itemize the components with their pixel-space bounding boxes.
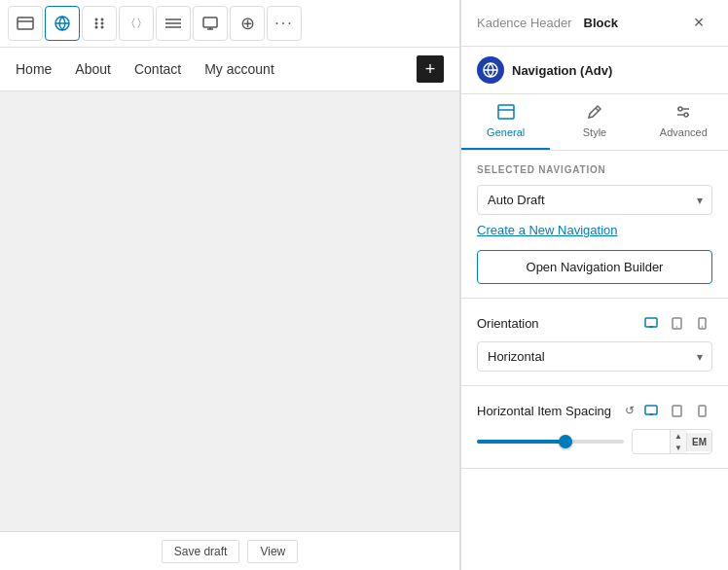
add-icon: ⊕ (240, 13, 255, 34)
code-toolbar-btn[interactable]: 〈〉 (119, 6, 154, 41)
navigation-toolbar-btn[interactable] (45, 6, 80, 41)
desktop-orientation-icon[interactable] (640, 312, 662, 334)
nav-item-contact[interactable]: Contact (134, 61, 181, 77)
spinner-down-button[interactable]: ▼ (671, 442, 686, 453)
selected-navigation-section: SELECTED NAVIGATION Auto Draft Primary N… (461, 151, 728, 299)
unit-badge[interactable]: EM (686, 433, 711, 451)
open-navigation-builder-button[interactable]: Open Navigation Builder (477, 250, 712, 284)
more-toolbar-btn[interactable]: ··· (267, 6, 302, 41)
svg-point-7 (101, 22, 104, 25)
advanced-tab-icon (675, 104, 691, 124)
svg-point-23 (678, 107, 682, 111)
spacing-section: Horizontal Item Spacing ↺ (461, 386, 728, 469)
tab-advanced[interactable]: Advanced (639, 94, 728, 150)
svg-point-5 (101, 18, 104, 21)
editor-canvas (0, 91, 459, 531)
nav-preview: Home About Contact My account + (0, 48, 459, 91)
block-label: Block (584, 16, 685, 30)
svg-point-8 (95, 26, 98, 29)
desktop-spacing-icon[interactable] (640, 400, 662, 421)
nav-item-about[interactable]: About (75, 61, 111, 77)
tab-style-label: Style (583, 126, 606, 138)
orientation-select[interactable]: Horizontal Vertical (477, 341, 712, 372)
style-tab-icon (587, 104, 602, 124)
tab-style[interactable]: Style (550, 94, 638, 150)
svg-rect-35 (699, 406, 706, 416)
code-icon: 〈〉 (125, 16, 148, 32)
panel-content: SELECTED NAVIGATION Auto Draft Primary N… (461, 151, 728, 570)
create-navigation-link[interactable]: Create a New Navigation (477, 223, 618, 237)
orientation-row: Orientation (477, 312, 712, 334)
right-panel: Kadence Header Block × Navigation (Adv) … (460, 0, 728, 570)
svg-point-6 (95, 22, 98, 25)
nav-add-button[interactable]: + (417, 55, 444, 83)
selected-navigation-label: SELECTED NAVIGATION (477, 164, 712, 175)
slider-track[interactable] (477, 440, 624, 444)
panel-tabs: General Style Advanced (461, 94, 728, 151)
view-button[interactable]: View (247, 540, 298, 563)
block-title-text: Navigation (Adv) (512, 63, 612, 78)
preview-toolbar-btn[interactable] (193, 6, 228, 41)
orientation-section: Orientation (461, 299, 728, 386)
spacing-label: Horizontal Item Spacing (477, 404, 619, 418)
navigation-select-wrapper: Auto Draft Primary Navigation Secondary … (477, 185, 712, 215)
nav-item-home[interactable]: Home (16, 61, 52, 77)
more-icon: ··· (274, 15, 293, 32)
nav-item-myaccount[interactable]: My account (204, 61, 274, 77)
svg-point-4 (95, 18, 98, 21)
align-toolbar-btn[interactable] (156, 6, 191, 41)
save-draft-button[interactable]: Save draft (162, 540, 240, 563)
svg-point-31 (701, 326, 703, 328)
svg-rect-25 (645, 318, 657, 327)
spacing-row: Horizontal Item Spacing ↺ (477, 400, 712, 421)
navigation-select[interactable]: Auto Draft Primary Navigation Secondary … (477, 185, 712, 215)
reset-icon[interactable]: ↺ (625, 404, 635, 417)
orientation-label: Orientation (477, 316, 539, 331)
panel-header: Kadence Header Block × (461, 0, 728, 47)
block-icon (477, 56, 504, 84)
editor-bottom: Save draft View (0, 531, 459, 570)
tab-general-label: General (487, 126, 525, 138)
spacing-device-icons (640, 400, 712, 421)
toolbar: 〈〉 ⊕ ··· (0, 0, 459, 48)
block-title-row: Navigation (Adv) (461, 47, 728, 94)
layout-toolbar-btn[interactable] (8, 6, 43, 41)
spinner-up-button[interactable]: ▲ (671, 430, 686, 442)
svg-line-20 (596, 108, 599, 111)
tab-advanced-label: Advanced (660, 126, 708, 138)
mobile-orientation-icon[interactable] (691, 312, 712, 334)
slider-spinners: ▲ ▼ (670, 430, 686, 453)
svg-rect-34 (673, 406, 681, 416)
svg-rect-32 (645, 406, 657, 414)
editor-area: 〈〉 ⊕ ··· Home About Contact My acco (0, 0, 460, 570)
svg-rect-18 (498, 105, 514, 119)
kadence-header-label: Kadence Header (477, 16, 572, 30)
svg-rect-0 (18, 18, 33, 29)
tablet-orientation-icon[interactable] (666, 312, 687, 334)
svg-point-29 (675, 326, 677, 328)
svg-point-24 (684, 113, 688, 117)
drag-toolbar-btn[interactable] (82, 6, 117, 41)
close-button[interactable]: × (685, 10, 712, 37)
svg-rect-13 (203, 18, 217, 27)
add-toolbar-btn[interactable]: ⊕ (230, 6, 265, 41)
orientation-select-wrapper: Horizontal Vertical ▾ (477, 341, 712, 372)
general-tab-icon (497, 104, 515, 124)
slider-row: ▲ ▼ EM (477, 429, 712, 454)
tab-general[interactable]: General (461, 94, 550, 150)
slider-fill (477, 440, 565, 444)
spacing-value-input[interactable] (633, 431, 670, 452)
slider-thumb[interactable] (559, 435, 572, 448)
svg-point-9 (101, 26, 104, 29)
tablet-spacing-icon[interactable] (666, 400, 687, 421)
slider-input-wrapper: ▲ ▼ EM (632, 429, 712, 454)
orientation-device-icons (640, 312, 712, 334)
mobile-spacing-icon[interactable] (691, 400, 712, 421)
